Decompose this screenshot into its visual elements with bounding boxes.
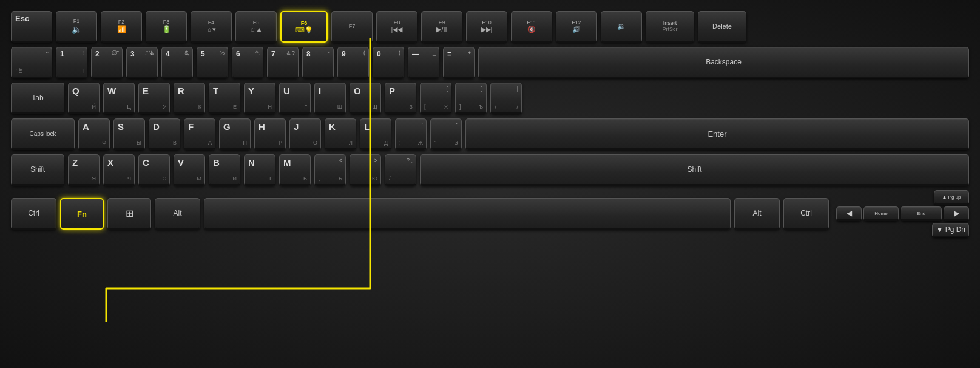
key-quote[interactable]: " ' Э bbox=[430, 118, 462, 150]
key-pgup[interactable]: ▲ Pg up bbox=[934, 190, 969, 205]
key-x[interactable]: X Ч bbox=[103, 154, 135, 186]
key-u[interactable]: U Г bbox=[279, 83, 311, 114]
key-tab[interactable]: Tab bbox=[11, 83, 64, 114]
key-shift-right[interactable]: Shift bbox=[420, 154, 969, 186]
key-delete[interactable]: Delete bbox=[698, 11, 746, 43]
key-fn[interactable]: Fn bbox=[60, 198, 104, 230]
key-0[interactable]: ) 0 bbox=[373, 47, 404, 78]
key-n[interactable]: N Т bbox=[244, 154, 275, 186]
key-win[interactable]: ⊞ bbox=[107, 198, 151, 230]
key-space[interactable] bbox=[204, 198, 731, 230]
key-slash[interactable]: ? , / . bbox=[385, 154, 416, 186]
key-enter[interactable]: Enter bbox=[465, 118, 969, 150]
bottom-row: Ctrl Fn ⊞ Alt Alt Ctrl ▲ Pg up bbox=[11, 190, 969, 237]
key-home[interactable]: Home bbox=[863, 206, 899, 221]
key-a[interactable]: A Ф bbox=[78, 118, 110, 150]
key-backslash[interactable]: | \ / bbox=[490, 83, 522, 114]
key-g[interactable]: G П bbox=[219, 118, 251, 150]
key-3[interactable]: #№ 3 bbox=[126, 47, 158, 78]
key-z[interactable]: Z Я bbox=[68, 154, 100, 186]
key-e[interactable]: E У bbox=[138, 83, 170, 114]
key-down-arrow[interactable]: ▼ Pg Dn bbox=[932, 223, 969, 237]
key-b[interactable]: B И bbox=[209, 154, 240, 186]
key-s[interactable]: S Ы bbox=[113, 118, 145, 150]
key-t[interactable]: T Е bbox=[209, 83, 240, 114]
key-5[interactable]: % 5 bbox=[197, 47, 228, 78]
key-f2[interactable]: F2 📶 bbox=[101, 11, 142, 43]
number-key-row: ~ ` Ё ! 1 І @" 2 #№ 3 $; 4 % 5 ^ bbox=[11, 47, 969, 78]
key-f10[interactable]: F10 ▶▶| bbox=[466, 11, 507, 43]
key-f4[interactable]: F4 ☼▾ bbox=[191, 11, 232, 43]
key-8[interactable]: * 8 bbox=[302, 47, 334, 78]
key-2[interactable]: @" 2 bbox=[91, 47, 123, 78]
key-o[interactable]: O Щ bbox=[350, 83, 381, 114]
key-rbracket[interactable]: } ] Ъ bbox=[455, 83, 487, 114]
key-tilde[interactable]: ~ ` Ё bbox=[11, 47, 52, 78]
key-f1[interactable]: F1 🔈 bbox=[56, 11, 97, 43]
key-1[interactable]: ! 1 І bbox=[56, 47, 87, 78]
arrow-cluster: ▲ Pg up ◀ Home End ▶ ▼ Pg Dn bbox=[836, 190, 969, 237]
key-h[interactable]: H Р bbox=[254, 118, 286, 150]
asdf-row: Caps lock A Ф S Ы D В F А G П H Р J О bbox=[11, 118, 969, 150]
key-backspace[interactable]: Backspace bbox=[478, 47, 969, 78]
key-period[interactable]: > . Ю bbox=[350, 154, 381, 186]
key-j[interactable]: J О bbox=[289, 118, 321, 150]
key-comma[interactable]: < , Б bbox=[314, 154, 346, 186]
key-f5[interactable]: F5 ☼▲ bbox=[235, 11, 277, 43]
key-minus[interactable]: _ — bbox=[408, 47, 439, 78]
key-right-arrow[interactable]: ▶ bbox=[944, 206, 969, 221]
key-6[interactable]: ^: 6 bbox=[232, 47, 263, 78]
key-c[interactable]: C С bbox=[138, 154, 170, 186]
keyboard: Esc F1 🔈 F2 📶 F3 🔋 F4 ☼▾ F5 ☼▲ F6 ⌨ bbox=[0, 0, 980, 368]
key-lbracket[interactable]: { [ Х bbox=[420, 83, 451, 114]
key-insert[interactable]: Insert PrtScr bbox=[646, 11, 694, 43]
key-7[interactable]: & ? 7 bbox=[267, 47, 299, 78]
key-f8[interactable]: F8 |◀◀ bbox=[376, 11, 417, 43]
key-voldown[interactable]: 🔉 bbox=[601, 11, 642, 43]
key-f9[interactable]: F9 ▶/II bbox=[421, 11, 462, 43]
key-esc[interactable]: Esc bbox=[11, 11, 52, 43]
key-capslock[interactable]: Caps lock bbox=[11, 118, 75, 150]
key-4[interactable]: $; 4 bbox=[161, 47, 193, 78]
key-w[interactable]: W Ц bbox=[103, 83, 135, 114]
key-alt-right[interactable]: Alt bbox=[734, 198, 780, 230]
key-semicolon[interactable]: : ; Ж bbox=[395, 118, 427, 150]
key-k[interactable]: K Л bbox=[325, 118, 356, 150]
key-q[interactable]: Q Й bbox=[68, 83, 100, 114]
key-ctrl-right[interactable]: Ctrl bbox=[783, 198, 829, 230]
function-key-row: Esc F1 🔈 F2 📶 F3 🔋 F4 ☼▾ F5 ☼▲ F6 ⌨ bbox=[11, 11, 969, 43]
key-left-arrow[interactable]: ◀ bbox=[836, 206, 862, 221]
key-v[interactable]: V М bbox=[174, 154, 205, 186]
key-ctrl-left[interactable]: Ctrl bbox=[11, 198, 56, 230]
qwerty-row: Tab Q Й W Ц E У R К T Е Y Н U Г bbox=[11, 83, 969, 114]
key-alt-left[interactable]: Alt bbox=[155, 198, 200, 230]
key-l[interactable]: L Д bbox=[360, 118, 391, 150]
key-9[interactable]: ( 9 bbox=[337, 47, 369, 78]
key-f12[interactable]: F12 🔊 bbox=[556, 11, 597, 43]
key-m[interactable]: M Ь bbox=[279, 154, 311, 186]
key-f6[interactable]: F6 ⌨💡 bbox=[280, 11, 328, 43]
key-end[interactable]: End bbox=[901, 206, 942, 221]
key-equals[interactable]: + = bbox=[443, 47, 475, 78]
key-r[interactable]: R К bbox=[174, 83, 205, 114]
key-i[interactable]: I Ш bbox=[314, 83, 346, 114]
key-d[interactable]: D В bbox=[149, 118, 180, 150]
key-p[interactable]: P З bbox=[385, 83, 416, 114]
shift-row: Shift Z Я X Ч C С V М B И N Т M Ь bbox=[11, 154, 969, 186]
key-f7[interactable]: F7 bbox=[331, 11, 373, 43]
key-f3[interactable]: F3 🔋 bbox=[146, 11, 187, 43]
key-y[interactable]: Y Н bbox=[244, 83, 275, 114]
key-f-key[interactable]: F А bbox=[184, 118, 215, 150]
key-f11[interactable]: F11 🔇 bbox=[511, 11, 552, 43]
key-shift-left[interactable]: Shift bbox=[11, 154, 64, 186]
